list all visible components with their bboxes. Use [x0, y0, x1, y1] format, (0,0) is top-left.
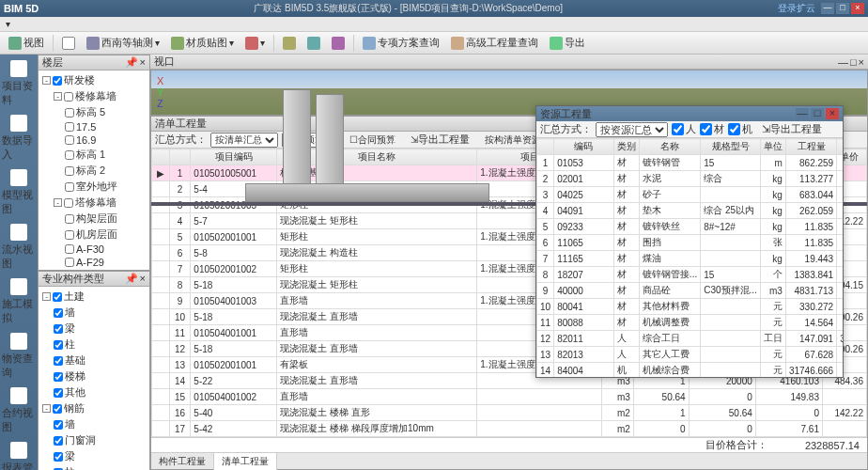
node-checkbox[interactable] — [65, 108, 74, 118]
node-checkbox[interactable] — [65, 230, 74, 240]
tool-measure[interactable] — [278, 34, 301, 53]
nav-4[interactable]: 施工模拟 — [0, 274, 38, 329]
node-checkbox[interactable] — [53, 76, 62, 86]
min-button[interactable]: — — [821, 3, 834, 14]
tool-filter[interactable] — [327, 34, 349, 53]
tree-node[interactable]: A-F28 — [40, 269, 147, 270]
res-row[interactable]: 1282011人综合工日工日147.09132.534784.88 — [537, 331, 844, 347]
qty-row[interactable]: 175-42现浇混凝土 楼梯 梯段厚度增加10mmm2007.61 — [152, 421, 867, 437]
node-checkbox[interactable] — [54, 436, 63, 446]
node-checkbox[interactable] — [64, 198, 73, 208]
tree-node[interactable]: -土建 — [40, 289, 147, 305]
tree-node[interactable]: 17.5 — [40, 120, 147, 133]
nav-0[interactable]: 项目资料 — [0, 56, 38, 111]
resource-grid[interactable]: 编码类别名称规格型号单位工程量单价合价(元)101053材镀锌钢管15m862.… — [536, 138, 843, 377]
panel-pin-icon[interactable]: 📌 — [125, 56, 138, 69]
node-checkbox[interactable] — [64, 92, 73, 102]
panel-pin-icon[interactable]: 📌 — [125, 273, 138, 285]
float-close-icon[interactable]: × — [826, 108, 839, 119]
tree-node[interactable]: 标高 1 — [40, 147, 147, 163]
tree-node[interactable]: 其他 — [40, 384, 147, 400]
tool-export[interactable]: 导出 — [545, 33, 590, 53]
floor-tree[interactable]: -研发楼-楼修幕墙标高 517.516.9标高 1标高 2室外地坪-塔修幕墙构架… — [39, 70, 149, 270]
tree-node[interactable]: 墙 — [40, 305, 147, 321]
nav-3[interactable]: 流水视图 — [0, 220, 38, 274]
chk-person[interactable]: 人 — [672, 122, 696, 136]
tree-node[interactable]: -塔修幕墙 — [40, 195, 147, 211]
tree-node[interactable]: 室外地坪 — [40, 179, 147, 195]
nav-1[interactable]: 数据导入 — [0, 111, 38, 165]
tree-node[interactable]: A-F30 — [40, 243, 147, 256]
tree-node[interactable]: 墙 — [40, 416, 147, 432]
tool-special[interactable]: 专项方案查询 — [358, 33, 444, 53]
max-button[interactable]: □ — [836, 3, 849, 14]
qty-row[interactable]: 165-40现浇混凝土 楼梯 直形m2150.640142.22 — [152, 405, 867, 421]
node-checkbox[interactable] — [53, 292, 62, 302]
node-checkbox[interactable] — [54, 356, 63, 366]
res-row[interactable]: 1382013人其它人工费元67.628167.63 — [537, 347, 844, 363]
res-row[interactable]: 711165材煤油kg19.4434.6790.8 — [537, 251, 844, 267]
tree-node[interactable]: 梁 — [40, 448, 147, 464]
tree-node[interactable]: 机房层面 — [40, 227, 147, 243]
res-row[interactable]: 101053材镀锌钢管15m862.2593.993440.41 — [537, 155, 844, 171]
menu-icon[interactable]: ▾ — [6, 19, 10, 29]
expand-icon[interactable]: - — [54, 198, 62, 207]
tree-node[interactable]: 柱 — [40, 337, 147, 352]
node-checkbox[interactable] — [65, 182, 74, 192]
tree-node[interactable]: 构架层面 — [40, 211, 147, 227]
tree-node[interactable]: 标高 5 — [40, 104, 147, 120]
user-label[interactable]: 登录扩云 — [778, 2, 815, 15]
panel-close-icon[interactable]: × — [140, 56, 146, 69]
tree-node[interactable]: 楼梯 — [40, 368, 147, 384]
contract-check[interactable]: ☐合同预算 — [344, 132, 401, 149]
tree-node[interactable]: 柱 — [40, 464, 147, 470]
tree-node[interactable]: -研发楼 — [40, 72, 147, 88]
node-checkbox[interactable] — [65, 166, 74, 176]
node-checkbox[interactable] — [54, 452, 63, 462]
tab-component-qty[interactable]: 构件工程量 — [151, 453, 214, 470]
node-checkbox[interactable] — [54, 372, 63, 382]
tree-node[interactable]: 门窗洞 — [40, 432, 147, 448]
node-checkbox[interactable] — [65, 150, 74, 160]
tool-axis[interactable]: 西南等轴测▾ — [82, 33, 164, 53]
resource-qty-window[interactable]: 资源工程量 —□× 汇总方式： 按资源汇总 人 材 机 ⇲导出工程量 编码类别名… — [535, 105, 844, 378]
chk-material[interactable]: 材 — [700, 122, 724, 136]
viewport-max-icon[interactable]: □ — [850, 56, 857, 68]
res-row[interactable]: 304025材砂子kg683.0440.0427.32 — [537, 187, 844, 203]
node-checkbox[interactable] — [65, 122, 74, 132]
float-min-icon[interactable]: — — [796, 108, 809, 119]
res-row[interactable]: 1180088材机械调整费元14.5644806990.72 — [537, 315, 844, 331]
node-checkbox[interactable] — [54, 340, 63, 350]
nav-6[interactable]: 合约视图 — [0, 384, 38, 438]
nav-5[interactable]: 物资查询 — [0, 329, 38, 384]
tool-texture[interactable]: 材质贴图▾ — [166, 33, 239, 53]
tree-node[interactable]: -楼修幕墙 — [40, 88, 147, 104]
expand-icon[interactable]: - — [42, 76, 51, 85]
tool-view[interactable]: 视图 — [4, 33, 49, 53]
expand-icon[interactable]: - — [42, 292, 51, 301]
tree-node[interactable]: 16.9 — [40, 133, 147, 147]
close-button[interactable]: × — [851, 3, 864, 14]
tree-node[interactable]: 标高 2 — [40, 163, 147, 179]
panel-close-icon[interactable]: × — [140, 273, 146, 285]
float-max-icon[interactable]: □ — [811, 108, 824, 119]
node-checkbox[interactable] — [54, 324, 63, 334]
axis-gizmo[interactable]: XYZ — [157, 75, 163, 109]
tree-node[interactable]: 梁 — [40, 321, 147, 337]
res-row[interactable]: 940000材商品砼C30预拌混...m34831.7134101981002.… — [537, 283, 844, 299]
res-row[interactable]: 1484004机机械综合费元31746.666131746.65 — [537, 363, 844, 378]
node-checkbox[interactable] — [54, 308, 63, 318]
tree-node[interactable]: -钢筋 — [40, 400, 147, 416]
qty-row[interactable]: 150105040010​02直形墙m350.640149.83 — [152, 389, 867, 405]
tool-push[interactable]: ▾ — [240, 34, 270, 53]
expand-icon[interactable]: - — [54, 92, 62, 101]
viewport-min-icon[interactable]: — — [838, 56, 848, 68]
res-row[interactable]: 611065材围挡张11.8357.386.39 — [537, 235, 844, 251]
node-checkbox[interactable] — [54, 420, 63, 430]
viewport-close-icon[interactable]: × — [859, 56, 864, 68]
tool-arrow[interactable] — [57, 34, 80, 53]
type-tree[interactable]: -土建墙梁柱基础楼梯其他-钢筋墙门窗洞梁柱基础其他-给排水管道(水)阀门法兰(水… — [39, 287, 149, 470]
tree-node[interactable]: 基础 — [40, 352, 147, 368]
node-checkbox[interactable] — [53, 404, 62, 414]
res-row[interactable]: 509233材镀锌铁丝8#~12#kg11.8353.8545.56 — [537, 219, 844, 235]
